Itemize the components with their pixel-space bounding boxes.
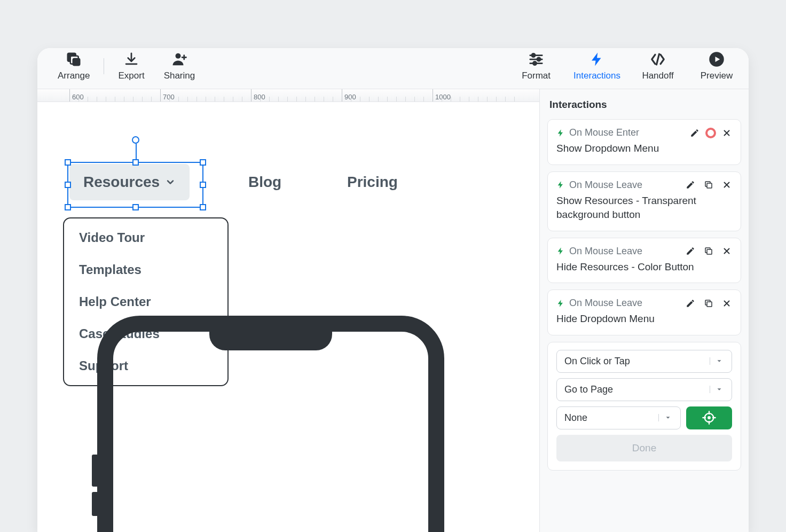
ruler-tick-minor <box>115 97 115 102</box>
phone-side-button <box>92 455 97 487</box>
delete-interaction-button[interactable] <box>721 298 732 309</box>
ruler-tick-minor <box>469 97 469 102</box>
ruler: 6007008009001000 <box>37 89 539 102</box>
nav-blog-link[interactable]: Blog <box>248 174 281 191</box>
interaction-trigger-label: On Mouse Leave <box>569 246 642 257</box>
handoff-button[interactable]: Handoff <box>636 51 679 81</box>
toolbar: Arrange Export Sharing Format Interactio… <box>37 48 749 89</box>
target-select[interactable]: None <box>556 406 681 429</box>
interaction-description: Hide Dropdown Menu <box>556 312 732 326</box>
dropdown-item[interactable]: Video Tour <box>79 230 213 245</box>
rotate-handle[interactable] <box>132 136 139 144</box>
ruler-tick-minor <box>215 97 215 102</box>
resize-handle-tl[interactable] <box>65 159 71 166</box>
ruler-tick-major: 600 <box>69 89 84 101</box>
svg-rect-9 <box>707 183 712 188</box>
edit-interaction-button[interactable] <box>689 128 700 138</box>
resize-handle-br[interactable] <box>200 204 206 210</box>
nav-pricing-link[interactable]: Pricing <box>347 174 398 191</box>
svg-point-5 <box>537 58 540 61</box>
ruler-tick-minor <box>487 97 488 102</box>
sharing-label: Sharing <box>164 71 195 81</box>
interaction-trigger-label: On Mouse Leave <box>569 179 642 191</box>
nav-resources-button[interactable]: Resources <box>69 164 190 200</box>
ruler-tick-minor <box>178 97 179 102</box>
delete-interaction-button[interactable] <box>721 128 732 138</box>
sharing-button[interactable]: Sharing <box>154 51 205 81</box>
arrange-button[interactable]: Arrange <box>48 51 99 81</box>
trigger-select[interactable]: On Click or Tap <box>556 350 732 373</box>
resize-handle-bm[interactable] <box>132 204 139 210</box>
interactions-label: Interactions <box>573 71 620 81</box>
duplicate-interaction-button[interactable] <box>703 298 714 309</box>
ruler-tick-minor <box>88 97 88 102</box>
trigger-select-value: On Click or Tap <box>564 356 630 367</box>
chevron-down-icon <box>165 177 176 187</box>
duplicate-interaction-button[interactable] <box>703 179 714 190</box>
nav-pricing-label: Pricing <box>347 174 398 191</box>
interaction-description: Show Resources - Transparent background … <box>556 194 732 222</box>
edit-interaction-button[interactable] <box>685 246 696 256</box>
canvas-wrap: 6007008009001000 Resources Blog Pricing <box>37 89 539 532</box>
dropdown-item[interactable]: Help Center <box>79 294 213 309</box>
interactions-panel: Interactions On Mouse Enter Show Dropdow… <box>539 89 749 532</box>
target-select-value: None <box>564 412 587 424</box>
interaction-card[interactable]: On Mouse Leave Hide Resources - Color Bu… <box>547 238 741 284</box>
ruler-tick-minor <box>414 97 415 102</box>
ruler-tick-minor <box>405 97 406 102</box>
interactions-button[interactable]: Interactions <box>573 51 620 81</box>
ruler-tick-minor <box>305 97 306 102</box>
preview-label: Preview <box>701 71 733 81</box>
ruler-tick-minor <box>169 97 170 102</box>
ruler-tick-minor <box>351 97 351 102</box>
main-area: 6007008009001000 Resources Blog Pricing <box>37 89 749 532</box>
bolt-icon <box>556 299 565 308</box>
svg-point-6 <box>533 61 536 65</box>
edit-interaction-button[interactable] <box>685 179 696 190</box>
dropdown-item[interactable]: Templates <box>79 262 213 277</box>
duplicate-interaction-button[interactable] <box>703 246 714 256</box>
ruler-tick-minor <box>260 97 261 102</box>
ruler-tick-minor <box>442 97 442 102</box>
edit-interaction-button[interactable] <box>685 298 696 309</box>
phone-mockup[interactable] <box>97 316 444 532</box>
app-window: Arrange Export Sharing Format Interactio… <box>37 48 749 532</box>
ruler-tick-minor <box>187 97 188 102</box>
ruler-tick-minor <box>423 97 424 102</box>
preview-button[interactable]: Preview <box>695 51 738 81</box>
ruler-tick-major: 700 <box>160 89 175 101</box>
resize-handle-mr[interactable] <box>200 182 206 188</box>
interaction-description: Show Dropdown Menu <box>556 142 732 156</box>
interaction-card[interactable]: On Mouse Leave Show Resources - Transpar… <box>547 171 741 231</box>
ruler-tick-minor <box>78 97 79 102</box>
ruler-tick-minor <box>106 97 106 102</box>
chevron-down-icon <box>710 386 728 393</box>
format-button[interactable]: Format <box>515 51 557 81</box>
ruler-tick-minor <box>378 97 379 102</box>
resize-handle-tr[interactable] <box>200 159 206 166</box>
ruler-tick-minor <box>333 97 333 102</box>
pick-target-button[interactable] <box>686 406 732 429</box>
arrange-label: Arrange <box>58 71 90 81</box>
delete-interaction-button[interactable] <box>721 179 732 190</box>
design-canvas[interactable]: Resources Blog Pricing <box>37 102 539 532</box>
action-select[interactable]: Go to Page <box>556 378 732 401</box>
delete-interaction-button[interactable] <box>721 246 732 256</box>
ruler-tick-minor <box>505 97 506 102</box>
duplicate-interaction-button[interactable] <box>705 128 716 138</box>
ruler-tick-major: 800 <box>251 89 265 101</box>
svg-point-4 <box>532 53 535 57</box>
resize-handle-bl[interactable] <box>65 204 71 210</box>
svg-point-13 <box>708 417 710 419</box>
export-button[interactable]: Export <box>108 51 154 81</box>
ruler-tick-minor <box>460 97 460 102</box>
done-button[interactable]: Done <box>556 435 732 461</box>
interaction-card[interactable]: On Mouse Enter Show Dropdown Menu <box>547 119 741 165</box>
ruler-tick-minor <box>233 97 233 102</box>
ruler-tick-major: 900 <box>342 89 356 101</box>
new-interaction-card: On Click or Tap Go to Page <box>547 342 741 471</box>
ruler-tick-minor <box>278 97 279 102</box>
ruler-tick-minor <box>151 97 152 102</box>
interaction-card[interactable]: On Mouse Leave Hide Dropdown Menu <box>547 290 741 335</box>
ruler-tick-minor <box>396 97 397 102</box>
